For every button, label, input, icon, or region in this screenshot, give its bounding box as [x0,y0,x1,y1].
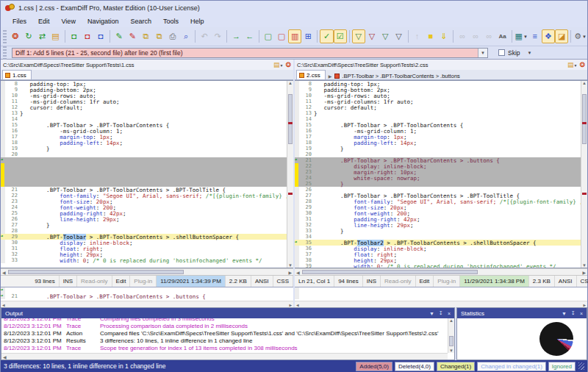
scroll-right-icon[interactable]: ▶ [583,302,586,307]
open-folder-icon[interactable]: ▤▼ [273,61,283,68]
menu-item-navigation[interactable]: Navigation [82,16,125,26]
output-row[interactable]: 8/12/2023 3:12:01 PMTraceComparing files… [1,318,454,322]
undo-icon[interactable]: ↶ [198,29,211,43]
right-horizontal-scrollbar[interactable]: ◀ ▶ [295,268,587,275]
scrollbar-thumb[interactable] [8,270,184,274]
compare-files-icon[interactable]: ❂ [579,61,585,68]
scroll-right-icon[interactable]: ▶ [582,270,586,275]
chevron-down-icon[interactable]: ▼ [429,311,434,316]
code-line[interactable]: 33 } [295,228,581,234]
pin-icon[interactable]: ↧ [571,310,576,316]
open-folder-icon[interactable]: ▤▼ [567,61,577,68]
tab-1css[interactable]: 1.css [2,70,32,79]
skip-checkbox-group[interactable]: Skip ▼ [498,49,532,57]
scroll-left-icon[interactable]: ◀ [2,302,5,307]
save-all-icon[interactable]: ◘ [94,29,107,43]
left-horizontal-scrollbar[interactable]: ◀ ▶ [1,268,293,275]
redo-icon[interactable]: ↷ [211,29,224,43]
scroll-down-icon[interactable]: ▼ [582,263,587,268]
split-view-icon[interactable]: ⊞ [301,29,315,43]
match-case-icon[interactable]: Aa [496,29,509,43]
menu-item-view[interactable]: View [56,16,82,26]
scrollbar-thumb[interactable] [302,270,478,274]
filter-deleted-icon[interactable]: ▽ [365,29,379,43]
code-line[interactable]: 33 width: 0; /* 0 is replaced during 'ho… [1,257,287,263]
scroll-left-icon[interactable]: ◀ [296,302,299,307]
code-line[interactable] [1,169,287,175]
menu-item-files[interactable]: Files [7,16,32,26]
code-line[interactable] [1,163,287,169]
left-vertical-scrollbar[interactable]: ▲ ▼ [287,81,293,268]
show-different-icon[interactable]: ▢ [275,29,288,43]
close-icon[interactable]: × [448,311,451,316]
scroll-left-icon[interactable]: ◀ [296,270,300,275]
next-change-icon[interactable]: ⇓ [437,29,451,43]
code-line[interactable]: 39 width: 0; /* 0 is replaced during 'ho… [295,263,581,268]
scroll-left-icon[interactable]: ◀ [2,270,6,275]
code-line[interactable]: 13} [295,110,581,116]
resize-grip[interactable] [578,362,584,370]
edit-second-icon[interactable]: ✎ [126,29,139,43]
edit-first-icon[interactable]: ✎ [112,29,126,43]
report-icon[interactable]: ◪ [555,29,568,43]
chevron-down-icon[interactable]: ▼ [562,311,567,316]
find-icon[interactable]: ∞ [456,29,469,43]
filter-added-icon[interactable]: ▽ [379,29,392,43]
chevron-down-icon[interactable]: ▼ [478,49,487,57]
menu-item-help[interactable]: Help [184,16,210,26]
menu-item-search[interactable]: Search [124,16,157,26]
chevron-down-icon[interactable]: ▼ [528,51,532,55]
scroll-right-icon[interactable]: ▶ [289,302,292,307]
scroll-down-icon[interactable]: ▼ [288,263,293,268]
current-diff-combobox[interactable]: Diff 1: Add 5 lines (21 - 25, second fil… [12,48,488,58]
code-line[interactable]: 19 } [1,146,287,151]
line-details-icon[interactable]: ≡ [528,29,542,43]
mini-horizontal-scrollbar[interactable]: ◀▶ [295,301,587,307]
scrollbar-thumb[interactable] [582,94,587,145]
scroll-up-icon[interactable]: ▲ [288,81,293,85]
output-row[interactable]: 8/12/2023 3:12:01 PMTraceScope tree gene… [1,344,454,351]
recompare-icon[interactable]: ↻ [22,29,35,43]
allow-edit-icon[interactable]: ✓ [320,29,333,43]
find-next-icon[interactable]: ∞ [469,29,482,43]
save-second-icon[interactable]: ◘ [81,29,94,43]
prev-change-icon[interactable]: ↑ [410,29,423,43]
output-vertical-scrollbar[interactable]: ▲ ▼ [448,318,454,353]
show-identical-icon[interactable]: ▢ [262,29,275,43]
scroll-up-icon[interactable]: ▲ [582,81,587,85]
tab-2css[interactable]: 2.css [296,70,326,79]
options-gear-icon[interactable]: ⚙▼ [573,29,587,43]
scroll-left-icon[interactable]: ◀ [3,354,7,360]
scrollbar-thumb[interactable] [288,94,293,145]
search-icon[interactable]: ⌕ [179,29,193,43]
left-code-lines[interactable]: 8 padding-top: 1px;9 padding-bottom: 2px… [1,81,287,268]
code-line[interactable]: 13} [1,110,287,116]
scrollbar-thumb[interactable] [449,336,453,346]
scroll-up-icon[interactable]: ▲ [449,318,453,323]
output-row[interactable]: 8/12/2023 3:12:01 PMActionCompared files… [1,329,454,337]
show-current-icon[interactable]: ▥ [288,29,301,43]
prev-diff-icon[interactable]: ← [243,29,257,43]
current-diff-line[interactable] [295,293,587,299]
filter-all-icon[interactable]: ▽ [352,29,365,43]
code-line[interactable]: 25 } [295,181,581,187]
compare-files-icon[interactable]: ❂ [9,29,22,43]
mini-horizontal-scrollbar[interactable]: ◀▶ [1,301,293,307]
pin-icon[interactable]: ↧ [439,310,443,316]
swap-recompare-icon[interactable]: ⇄ [35,29,49,43]
code-line[interactable]: 20 [1,151,287,157]
scroll-down-icon[interactable]: ▼ [449,348,453,353]
menu-item-edit[interactable]: Edit [32,16,56,26]
diffbar-grip[interactable] [3,46,7,60]
output-row[interactable]: 8/12/2023 3:12:01 PMResults3 differences… [1,337,454,344]
current-change-icon[interactable]: ■ [424,29,437,43]
next-diff-icon[interactable]: → [229,29,243,43]
auto-options-icon[interactable]: ☑ [334,29,347,43]
right-vertical-scrollbar[interactable]: ▲ ▼ [581,81,587,268]
close-icon[interactable]: × [580,311,583,316]
current-diff-line[interactable] [295,287,587,293]
print-icon[interactable]: ⎙ [166,29,179,43]
find-prev-icon[interactable]: ∞ [482,29,495,43]
save-first-icon[interactable]: ◘ [67,29,80,43]
open-files-icon[interactable]: ▤ [49,29,62,43]
